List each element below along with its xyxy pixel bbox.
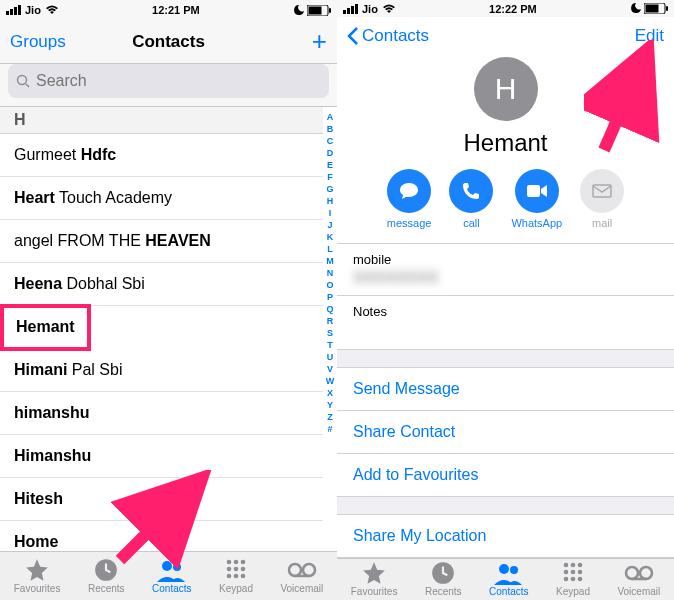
svg-point-36: [571, 577, 576, 582]
contact-row[interactable]: himanshu: [0, 392, 323, 435]
svg-point-37: [578, 577, 583, 582]
tab-contacts[interactable]: Contacts: [152, 558, 191, 594]
index-letter[interactable]: G: [326, 183, 333, 195]
tab-favourites[interactable]: Favourites: [351, 561, 398, 597]
moon-icon: [630, 3, 641, 14]
share-contact-link[interactable]: Share Contact: [337, 411, 674, 454]
clock-icon: [93, 557, 119, 583]
status-time: 12:22 PM: [489, 3, 537, 15]
index-letter[interactable]: L: [327, 243, 333, 255]
search-wrap: [0, 64, 337, 107]
page-title: Contacts: [80, 32, 257, 52]
chevron-left-icon: [347, 27, 359, 45]
wifi-icon: [382, 4, 396, 14]
index-letter[interactable]: A: [327, 111, 334, 123]
edit-button[interactable]: Edit: [635, 26, 664, 46]
keypad-icon: [561, 561, 585, 585]
keypad-icon: [224, 558, 248, 582]
star-icon: [24, 557, 50, 583]
index-letter[interactable]: I: [329, 207, 332, 219]
add-favourites-link[interactable]: Add to Favourites: [337, 454, 674, 497]
index-letter[interactable]: M: [326, 255, 334, 267]
svg-point-12: [234, 567, 239, 572]
message-action[interactable]: message: [387, 169, 432, 229]
index-letter[interactable]: Y: [327, 399, 333, 411]
tab-recents[interactable]: Recents: [88, 558, 125, 594]
svg-point-34: [578, 570, 583, 575]
nav-bar: Contacts Edit: [337, 17, 674, 55]
back-button[interactable]: Contacts: [347, 26, 429, 46]
svg-rect-25: [593, 185, 611, 197]
tab-recents[interactable]: Recents: [425, 561, 462, 597]
contact-row[interactable]: Heart Touch Academy: [0, 177, 323, 220]
whatsapp-action[interactable]: WhatsApp: [511, 169, 562, 229]
signal-icon: [343, 4, 358, 14]
contact-row[interactable]: Hemant: [2, 306, 89, 349]
index-letter[interactable]: C: [327, 135, 334, 147]
contact-row[interactable]: Heena Dobhal Sbi: [0, 263, 323, 306]
mail-icon: [592, 184, 612, 198]
groups-button[interactable]: Groups: [10, 32, 66, 52]
svg-point-27: [499, 564, 509, 574]
index-letter[interactable]: W: [326, 375, 335, 387]
index-letter[interactable]: F: [327, 171, 333, 183]
svg-point-32: [564, 570, 569, 575]
section-header: H: [0, 107, 323, 134]
share-location-link[interactable]: Share My Location: [337, 515, 674, 558]
contacts-list[interactable]: HGurmeet HdfcHeart Touch Academyangel FR…: [0, 107, 323, 551]
index-letter[interactable]: E: [327, 159, 333, 171]
index-letter[interactable]: V: [327, 363, 333, 375]
index-letter[interactable]: #: [327, 423, 332, 435]
contacts-icon: [157, 557, 187, 583]
search-icon: [16, 74, 30, 88]
notes-cell[interactable]: Notes: [337, 296, 674, 350]
clock-icon: [430, 560, 456, 586]
index-letter[interactable]: Z: [327, 411, 333, 423]
send-message-link[interactable]: Send Message: [337, 368, 674, 411]
index-letter[interactable]: B: [327, 123, 334, 135]
index-letter[interactable]: S: [327, 327, 333, 339]
tab-keypad[interactable]: Keypad: [219, 558, 253, 594]
call-action[interactable]: call: [449, 169, 493, 229]
index-letter[interactable]: H: [327, 195, 334, 207]
index-letter[interactable]: O: [326, 279, 333, 291]
add-contact-button[interactable]: +: [312, 26, 327, 57]
tab-contacts[interactable]: Contacts: [489, 561, 528, 597]
mobile-cell[interactable]: mobile XXXXXXXX: [337, 244, 674, 296]
search-input[interactable]: [36, 72, 321, 90]
svg-point-7: [173, 563, 181, 571]
index-letter[interactable]: R: [327, 315, 334, 327]
tab-voicemail[interactable]: Voicemail: [280, 558, 323, 594]
svg-point-18: [303, 564, 315, 576]
svg-point-10: [241, 560, 246, 565]
index-letter[interactable]: X: [327, 387, 333, 399]
index-letter[interactable]: D: [327, 147, 334, 159]
contact-row[interactable]: Himani Pal Sbi: [0, 349, 323, 392]
status-bar: Jio 12:21 PM: [0, 0, 337, 20]
index-letter[interactable]: K: [327, 231, 334, 243]
contact-row[interactable]: Himanshu: [0, 435, 323, 478]
alpha-index[interactable]: ABCDEFGHIJKLMNOPQRSTUVWXYZ#: [323, 107, 337, 551]
index-letter[interactable]: Q: [326, 303, 333, 315]
svg-point-8: [227, 560, 232, 565]
index-letter[interactable]: T: [327, 339, 333, 351]
index-letter[interactable]: U: [327, 351, 334, 363]
svg-rect-22: [645, 5, 658, 13]
contact-row[interactable]: angel FROM THE HEAVEN: [0, 220, 323, 263]
tab-favourites[interactable]: Favourites: [14, 558, 61, 594]
svg-point-15: [234, 574, 239, 579]
index-letter[interactable]: N: [327, 267, 334, 279]
mobile-label: mobile: [353, 252, 658, 267]
section-gap: [337, 497, 674, 515]
contact-row[interactable]: Hitesh: [0, 478, 323, 521]
svg-rect-1: [308, 6, 321, 14]
tab-keypad[interactable]: Keypad: [556, 561, 590, 597]
search-field[interactable]: [8, 64, 329, 98]
contact-header: H Hemant message call WhatsApp mail: [337, 55, 674, 243]
index-letter[interactable]: P: [327, 291, 333, 303]
contact-row[interactable]: Gurmeet Hdfc: [0, 134, 323, 177]
mail-action[interactable]: mail: [580, 169, 624, 229]
contact-row[interactable]: Home: [0, 521, 323, 551]
tab-voicemail[interactable]: Voicemail: [617, 561, 660, 597]
index-letter[interactable]: J: [327, 219, 332, 231]
